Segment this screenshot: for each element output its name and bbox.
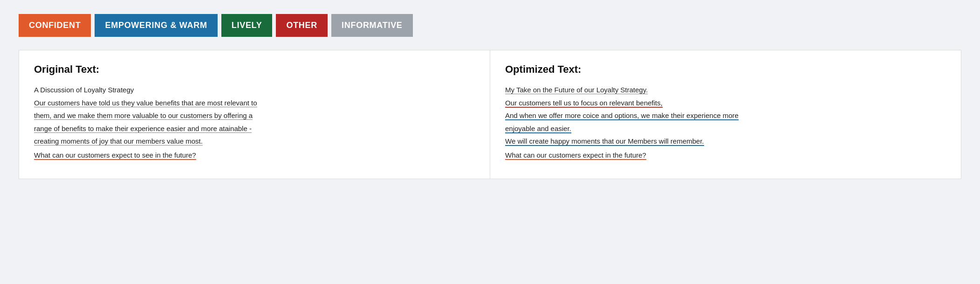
original-line-4: range of benefits to make their experien… [34, 123, 475, 135]
original-line-3: them, and we make them more valuable to … [34, 110, 475, 122]
optimized-line-6: What can our customers expect in the fut… [505, 149, 946, 161]
original-line-5: creating moments of joy that our members… [34, 135, 475, 147]
tone-btn-informative[interactable]: INFORMATIVE [331, 14, 413, 37]
optimized-line-4: enjoyable and easier. [505, 123, 946, 135]
original-underline-3: range of benefits to make their experien… [34, 125, 252, 133]
original-panel-title: Original Text: [34, 63, 475, 76]
original-text-body: A Discussion of Loyalty Strategy Our cus… [34, 84, 475, 161]
original-line-1: A Discussion of Loyalty Strategy [34, 84, 475, 96]
optimized-line-5: We will create happy moments that our Me… [505, 135, 946, 147]
tone-buttons-bar: CONFIDENT EMPOWERING & WARM LIVELY OTHER… [19, 14, 961, 37]
optimized-text-body: My Take on the Future of our Loyalty Str… [505, 84, 946, 161]
original-underline-4: creating moments of joy that our members… [34, 137, 203, 145]
original-underline-1: Our customers have told us they value be… [34, 99, 257, 107]
original-underline-2: them, and we make them more valuable to … [34, 111, 253, 120]
optimized-underline-1: My Take on the Future of our Loyalty Str… [505, 86, 648, 94]
optimized-underline-5: We will create happy moments that our Me… [505, 137, 704, 146]
tone-btn-other[interactable]: OTHER [276, 14, 328, 37]
original-underline-5: What can our customers expect to see in … [34, 151, 196, 160]
original-line-2: Our customers have told us they value be… [34, 97, 475, 109]
optimized-line-1: My Take on the Future of our Loyalty Str… [505, 84, 946, 96]
optimized-line-2: Our customers tell us to focus on releva… [505, 97, 946, 109]
optimized-underline-2: Our customers tell us to focus on releva… [505, 99, 663, 108]
optimized-panel-title: Optimized Text: [505, 63, 946, 76]
tone-btn-lively[interactable]: LIVELY [221, 14, 273, 37]
original-line-6: What can our customers expect to see in … [34, 149, 475, 161]
optimized-underline-3: And when we offer more coice and options… [505, 111, 739, 120]
optimized-underline-4: enjoyable and easier. [505, 125, 571, 133]
content-area: Original Text: A Discussion of Loyalty S… [19, 50, 961, 179]
tone-btn-confident[interactable]: CONFIDENT [19, 14, 91, 37]
optimized-underline-6: What can our customers expect in the fut… [505, 151, 646, 160]
original-text-panel: Original Text: A Discussion of Loyalty S… [19, 50, 490, 179]
optimized-text-panel: Optimized Text: My Take on the Future of… [490, 50, 961, 179]
tone-btn-empowering[interactable]: EMPOWERING & WARM [95, 14, 217, 37]
optimized-line-3: And when we offer more coice and options… [505, 110, 946, 122]
